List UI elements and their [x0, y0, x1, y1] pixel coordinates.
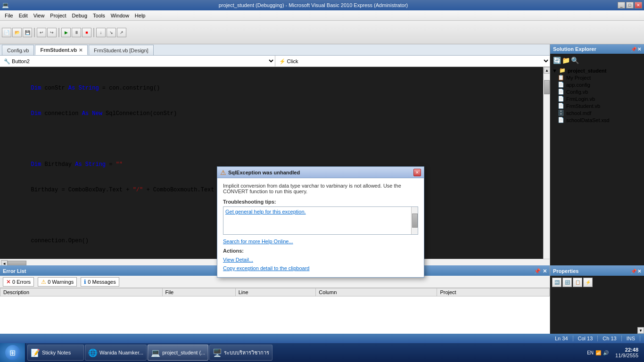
props-categorized[interactable]: 🔤: [552, 278, 561, 287]
sol-schooldataset-icon: 📄: [558, 117, 564, 123]
error-list-close[interactable]: ✕: [543, 268, 547, 274]
undo-btn[interactable]: ↩: [37, 28, 46, 37]
start-button[interactable]: ⊞: [0, 343, 25, 362]
tab-frmstudent-close[interactable]: ✕: [79, 48, 83, 53]
status-ins: INS: [622, 336, 640, 341]
menu-view[interactable]: View: [31, 12, 48, 19]
system-icon: 🖥️: [213, 348, 222, 357]
sol-schoolmdf-icon: 🗄️: [558, 110, 564, 116]
tab-bar: Config.vb FrmStudent.vb ✕ FrmStudent.vb …: [0, 44, 550, 56]
errors-btn[interactable]: ✕ 0 Errors: [3, 277, 34, 287]
app-icon: 💻: [2, 2, 9, 8]
redo-btn[interactable]: ↪: [47, 28, 57, 37]
status-ch: Ch 13: [598, 336, 621, 341]
vertical-scrollbar[interactable]: ▲ ▼: [543, 67, 550, 259]
tab-config[interactable]: Config.vb: [2, 45, 34, 55]
col-description[interactable]: Description: [0, 288, 163, 296]
ie-label: Wanida Nuamker...: [99, 350, 143, 355]
clock[interactable]: 22:48 11/9/2555: [613, 347, 640, 358]
sol-item-schoolmdf[interactable]: 🗄️ school.mdf: [552, 109, 642, 116]
dialog-tips-link[interactable]: Get general help for this exception.: [225, 209, 306, 214]
col-project[interactable]: Project: [437, 288, 550, 296]
sep3: [93, 28, 94, 37]
menu-file[interactable]: File: [2, 12, 16, 19]
messages-btn[interactable]: ℹ 0 Messages: [81, 277, 119, 287]
start-btn[interactable]: ▶: [61, 28, 71, 37]
warnings-btn[interactable]: ⚠ 0 Warnings: [38, 277, 77, 287]
dialog-copy-link[interactable]: Copy exception detail to the clipboard: [223, 264, 418, 272]
dialog-body: Implicit conversion from data type varch…: [217, 178, 424, 277]
start-orb: ⊞: [5, 345, 20, 360]
sol-item-myproject[interactable]: 📋 My Project: [552, 74, 642, 81]
dialog-message: Implicit conversion from data type varch…: [223, 183, 418, 194]
minimize-button[interactable]: _: [618, 2, 625, 8]
sticky-notes-label: Sticky Notes: [42, 350, 71, 355]
new-project-btn[interactable]: 📄: [2, 28, 11, 37]
menu-project[interactable]: Project: [47, 12, 69, 19]
tab-frmstudent[interactable]: FrmStudent.vb ✕: [35, 45, 88, 55]
props-pin[interactable]: 📌: [631, 269, 636, 274]
restore-button[interactable]: □: [626, 2, 634, 8]
props-close[interactable]: ✕: [637, 269, 641, 274]
step-out-btn[interactable]: ↗: [117, 28, 126, 37]
step-over-btn[interactable]: ↓: [96, 28, 106, 37]
error-list-pin[interactable]: 📌: [534, 268, 541, 274]
sol-item-frmlogin[interactable]: 📄 FrmLogin.vb: [552, 95, 642, 102]
exception-dialog: ⚠ SqlException was unhandled ✕ Implicit …: [217, 166, 424, 278]
dialog-view-detail-link[interactable]: View Detail...: [223, 255, 418, 264]
menu-debug[interactable]: Debug: [69, 12, 90, 19]
window-controls: _ □ ✕: [618, 2, 642, 8]
scroll-up-btn[interactable]: ▲: [544, 67, 550, 74]
sol-frmstudent-icon: 📄: [558, 103, 564, 109]
solution-explorer-section: Solution Explorer 📌 ✕ 🔄 📁 🔍 ▼ 📁: [550, 44, 644, 265]
sol-tool-2[interactable]: 📁: [562, 57, 570, 64]
tab-frmstudent-design-label: FrmStudent.vb [Design]: [94, 48, 149, 53]
taskbar-item-ie[interactable]: 🌐 Wanida Nuamker...: [85, 345, 147, 361]
menu-help[interactable]: Help: [132, 12, 149, 19]
props-alphabetical[interactable]: 🔡: [562, 278, 572, 287]
menu-window[interactable]: Window: [108, 12, 132, 19]
tips-scrollbar[interactable]: [411, 207, 418, 234]
step-into-btn[interactable]: ↘: [107, 28, 116, 37]
sol-item-configvb[interactable]: 📄 Config.vb: [552, 88, 642, 95]
tab-frmstudent-design[interactable]: FrmStudent.vb [Design]: [89, 45, 154, 55]
props-properties[interactable]: 📋: [573, 278, 582, 287]
sol-frmlogin-icon: 📄: [558, 96, 564, 102]
col-file[interactable]: File: [162, 288, 235, 296]
dialog-warning-icon: ⚠: [220, 169, 226, 176]
save-btn[interactable]: 💾: [23, 28, 32, 37]
sol-exp-pin[interactable]: 📌: [631, 47, 636, 52]
object-selector[interactable]: 🔧 Button2: [0, 56, 275, 66]
stop-btn[interactable]: ■: [82, 28, 91, 37]
close-button[interactable]: ✕: [635, 2, 642, 8]
menu-tools[interactable]: Tools: [90, 12, 108, 19]
sticky-notes-icon: 📝: [31, 348, 40, 357]
method-selector[interactable]: ⚡ Click: [275, 56, 550, 66]
taskbar-item-system[interactable]: 🖥️ ระบบบริหารวิชาการ: [209, 345, 272, 361]
sol-item-schooldataset[interactable]: 📄 schoolDataSet.xsd: [552, 116, 642, 123]
open-btn[interactable]: 📂: [12, 28, 22, 37]
lang-indicator: EN: [587, 350, 594, 355]
col-line[interactable]: Line: [235, 288, 316, 296]
dialog-tips-box[interactable]: Get general help for this exception.: [223, 206, 418, 235]
code-line: Dim conStr As String = con.constring(): [4, 84, 539, 92]
props-events[interactable]: ⚡: [583, 278, 593, 287]
sol-tool-3[interactable]: 🔍: [571, 57, 579, 64]
sol-exp-close[interactable]: ✕: [637, 47, 641, 52]
status-bar: Ln 34 Col 13 Ch 13 INS: [0, 334, 644, 343]
dialog-search-link[interactable]: Search for more Help Online...: [223, 239, 418, 244]
scrollbar-thumb[interactable]: [544, 80, 550, 94]
vb-taskbar-label: project_student (...: [162, 350, 205, 355]
taskbar-item-vb[interactable]: 💻 project_student (...: [148, 345, 208, 361]
tips-thumb[interactable]: [412, 214, 418, 228]
col-column[interactable]: Column: [316, 288, 437, 296]
pause-btn[interactable]: ⏸: [72, 28, 81, 37]
taskbar-item-stickynotes[interactable]: 📝 Sticky Notes: [27, 345, 84, 361]
sol-item-project[interactable]: ▼ 📁 project_student: [552, 67, 642, 74]
sol-tool-1[interactable]: 🔄: [553, 57, 561, 64]
dialog-close-button[interactable]: ✕: [413, 169, 421, 176]
menu-edit[interactable]: Edit: [16, 12, 31, 19]
sol-item-appconfig[interactable]: 📄 app.config: [552, 81, 642, 88]
dialog-titlebar: ⚠ SqlException was unhandled ✕: [217, 167, 424, 178]
sol-item-frmstudent[interactable]: 📄 FrmStudent.vb: [552, 102, 642, 109]
